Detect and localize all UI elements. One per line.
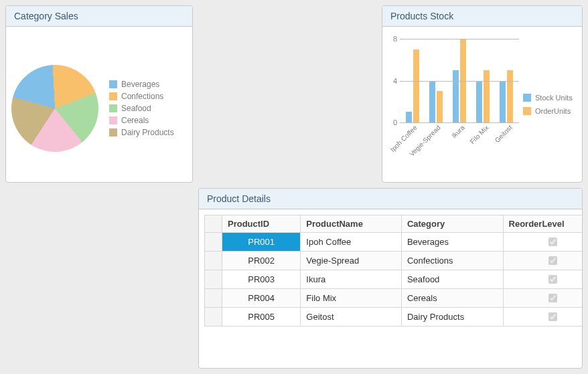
legend-item: Beverages [109, 78, 174, 90]
cell-productname[interactable]: Vegie-Spread [301, 252, 402, 270]
table-row[interactable]: PR004Filo MixCereals [205, 289, 583, 308]
cell-productid[interactable]: PR002 [222, 252, 301, 270]
bar [484, 70, 490, 122]
pie-chart [11, 65, 98, 152]
table-row[interactable]: PR003IkuraSeafood [205, 270, 583, 289]
bar [413, 50, 419, 122]
legend-label: Confections [121, 92, 163, 101]
cell-reorderlevel[interactable] [503, 252, 582, 270]
cell-reorderlevel[interactable] [503, 233, 582, 252]
product-details-table[interactable]: ProductIDProductNameCategoryReorderLevel… [204, 215, 582, 326]
bar [507, 70, 513, 122]
cell-productname[interactable]: Filo Mix [301, 289, 402, 308]
cell-reorderlevel[interactable] [503, 270, 582, 289]
legend-item: Cereals [109, 114, 174, 126]
reorder-checkbox[interactable] [548, 312, 557, 321]
legend-swatch [109, 128, 117, 136]
reorder-checkbox[interactable] [548, 238, 557, 246]
legend-label: Stock Units [535, 94, 573, 102]
column-header[interactable]: ProductName [301, 215, 402, 233]
reorder-checkbox[interactable] [548, 294, 557, 302]
row-selector-cell[interactable] [205, 270, 222, 289]
legend-swatch [523, 107, 531, 115]
legend-label: Seafood [121, 104, 151, 113]
bar [429, 81, 435, 123]
table-row[interactable]: PR001Ipoh CoffeeBeverages [205, 233, 583, 252]
y-tick-label: 8 [388, 35, 397, 43]
gridline [400, 122, 519, 123]
legend-swatch [109, 116, 117, 124]
cell-productid[interactable]: PR004 [222, 289, 301, 308]
row-selector-cell[interactable] [205, 233, 222, 252]
bar-group [472, 70, 494, 122]
row-selector-cell[interactable] [205, 252, 222, 270]
legend-item: Dairy Products [109, 126, 174, 138]
cell-reorderlevel[interactable] [503, 308, 582, 326]
table-row[interactable]: PR005GeitostDairy Products [205, 308, 583, 326]
row-selector-cell[interactable] [205, 289, 222, 308]
cell-productname[interactable]: Ipoh Coffee [301, 233, 402, 252]
cell-category[interactable]: Beverages [401, 233, 503, 252]
reorder-checkbox[interactable] [548, 275, 557, 284]
bar-group [401, 50, 423, 122]
column-header[interactable]: Category [401, 215, 503, 233]
bar-group [425, 81, 447, 123]
legend-label: Beverages [121, 80, 159, 89]
x-tick-label: Geitost [471, 124, 514, 167]
legend-swatch [109, 92, 117, 100]
cell-productid[interactable]: PR005 [222, 308, 301, 326]
cell-category[interactable]: Confections [401, 252, 503, 270]
panel-title: Products Stock [382, 6, 582, 27]
cell-category[interactable]: Dairy Products [401, 308, 503, 326]
legend-item: OrderUnits [523, 106, 577, 116]
gridline [400, 81, 519, 82]
cell-category[interactable]: Cereals [401, 289, 503, 308]
bar [476, 81, 482, 123]
column-header[interactable]: ReorderLevel [503, 215, 582, 233]
legend-label: Cereals [121, 116, 149, 125]
reorder-checkbox[interactable] [548, 256, 557, 265]
legend-item: Seafood [109, 102, 174, 114]
gridline [400, 39, 519, 39]
products-stock-panel: Products Stock Ipoh CoffeeVegie-SpreadIk… [382, 5, 583, 183]
cell-category[interactable]: Seafood [401, 270, 503, 289]
product-details-panel: Product Details ProductIDProductNameCate… [198, 188, 583, 369]
y-tick-label: 0 [388, 118, 397, 126]
cell-productname[interactable]: Geitost [301, 308, 402, 326]
bar [406, 112, 412, 122]
legend-item: Confections [109, 90, 174, 102]
legend-item: Stock Units [523, 92, 577, 103]
cell-productid[interactable]: PR003 [222, 270, 301, 289]
row-selector-header [205, 215, 222, 233]
y-tick-label: 4 [388, 77, 397, 85]
panel-title: Category Sales [6, 6, 192, 27]
bar-group [496, 70, 518, 122]
bar [453, 70, 459, 122]
legend-swatch [109, 80, 117, 88]
column-header[interactable]: ProductID [222, 215, 301, 233]
legend-swatch [109, 104, 117, 112]
row-selector-cell[interactable] [205, 308, 222, 326]
pie-legend: BeveragesConfectionsSeafoodCerealsDairy … [109, 78, 174, 138]
bar-legend: Stock UnitsOrderUnits [523, 32, 577, 177]
cell-productid[interactable]: PR001 [222, 233, 301, 252]
legend-swatch [523, 94, 531, 102]
legend-label: Dairy Products [121, 128, 174, 137]
cell-reorderlevel[interactable] [503, 289, 582, 308]
bar [500, 81, 506, 123]
cell-productname[interactable]: Ikura [301, 270, 402, 289]
table-row[interactable]: PR002Vegie-SpreadConfections [205, 252, 583, 270]
panel-title: Product Details [199, 189, 582, 209]
category-sales-panel: Category Sales BeveragesConfectionsSeafo… [5, 5, 193, 183]
legend-label: OrderUnits [535, 107, 571, 115]
bar [437, 91, 443, 122]
